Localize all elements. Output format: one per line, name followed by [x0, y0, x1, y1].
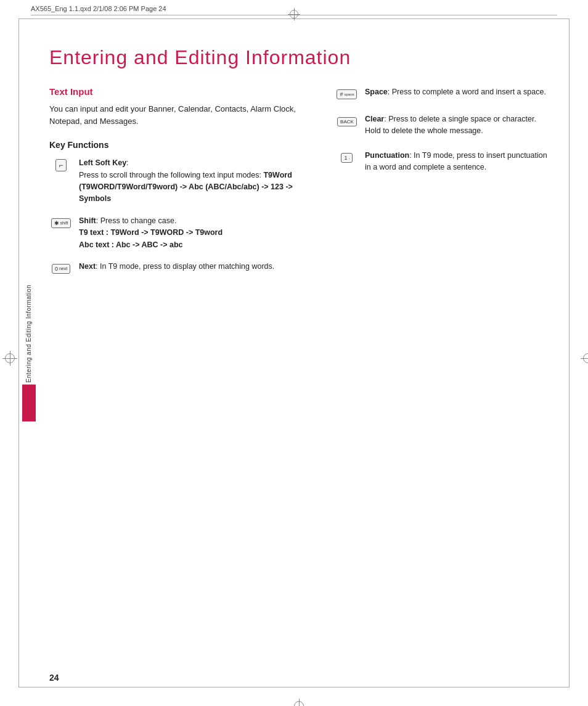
page-title: Entering and Editing Information [49, 46, 554, 69]
sidebar-pink-block [22, 385, 36, 422]
intro-text: You can input and edit your Banner, Cale… [49, 103, 317, 128]
space-icon: #space [335, 88, 359, 101]
left-soft-key-box: ⌐ [55, 159, 66, 171]
page-number: 24 [49, 673, 59, 683]
sidebar-label: Entering and Editing Information [25, 284, 33, 382]
col-left: Text Input You can input and edit your B… [49, 86, 317, 285]
next-icon-box: 0next [52, 264, 70, 274]
sidebar-tab: Entering and Editing Information [22, 284, 36, 422]
key-item-leftsoftkey: ⌐ Left Soft Key: Press to scroll through… [49, 157, 317, 205]
clear-icon-box: BACK [337, 117, 357, 126]
right-item-punctuation: 1. Punctuation: In T9 mode, press to ins… [335, 150, 554, 174]
shift-key-text: Shift: Press to change case. T9 text : T… [79, 215, 317, 251]
space-key-text: Space: Press to complete a word and inse… [365, 86, 554, 98]
left-soft-key-icon: ⌐ [49, 158, 73, 172]
left-soft-key-text: Left Soft Key: Press to scroll through t… [79, 157, 317, 205]
content-columns: Text Input You can input and edit your B… [49, 86, 554, 285]
main-content: Entering and Editing Information Text In… [49, 34, 554, 672]
space-icon-box: #space [337, 89, 357, 99]
border-left [18, 18, 19, 688]
key-item-next: 0next Next: In T9 mode, press to display… [49, 261, 317, 276]
next-icon: 0next [49, 262, 73, 276]
key-item-shift: ✱shift Shift: Press to change case. T9 t… [49, 215, 317, 251]
border-bottom [18, 687, 570, 688]
top-center-reg [290, 10, 298, 18]
next-key-text: Next: In T9 mode, press to display other… [79, 261, 317, 273]
punctuation-icon: 1. [335, 151, 359, 165]
key-functions-title: Key Functions [49, 140, 317, 150]
punctuation-icon-box: 1. [341, 153, 353, 163]
clear-icon: BACK [335, 115, 359, 128]
section-heading: Text Input [49, 86, 317, 97]
punctuation-key-text: Punctuation: In T9 mode, press to insert… [365, 150, 554, 174]
right-item-clear: BACK Clear: Press to delete a single spa… [335, 113, 554, 138]
col-right: #space Space: Press to complete a word a… [335, 86, 554, 285]
shift-icon-box: ✱shift [51, 218, 71, 228]
shift-icon: ✱shift [49, 216, 73, 230]
border-right [569, 18, 570, 688]
clear-key-text: Clear: Press to delete a single space or… [365, 113, 554, 138]
right-item-space: #space Space: Press to complete a word a… [335, 86, 554, 101]
